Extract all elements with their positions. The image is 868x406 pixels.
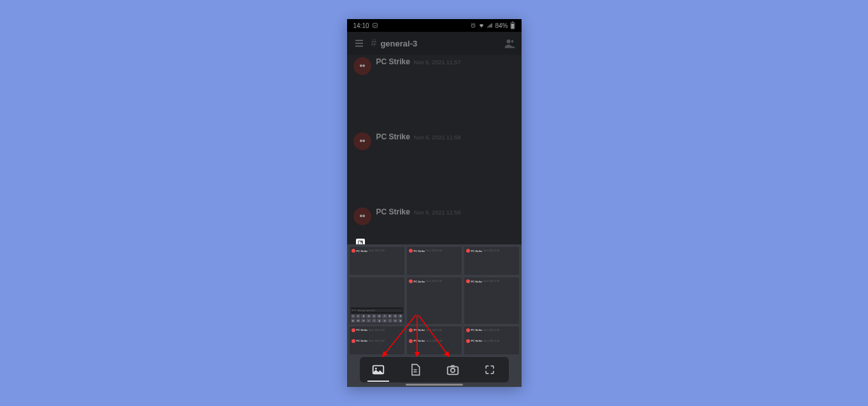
avatar[interactable] xyxy=(353,57,371,75)
poll-icon xyxy=(483,363,496,376)
attachment-panel: PC StrikeNov 6, 2021 11:56 PC StrikeNov … xyxy=(347,244,522,387)
wifi-icon xyxy=(478,22,485,29)
message-author: PC Strike xyxy=(376,57,410,66)
phone-frame: 14:10 84% # general- xyxy=(347,19,522,387)
svg-point-11 xyxy=(451,368,455,372)
message-time: Nov 6, 2021 11:57 xyxy=(414,59,461,66)
message-item[interactable]: PC Strike Nov 6, 2021 11:57 xyxy=(347,55,522,78)
svg-rect-4 xyxy=(511,24,514,29)
signal-icon xyxy=(487,22,493,29)
image-icon xyxy=(371,363,385,377)
avatar[interactable] xyxy=(353,132,371,150)
screenshot-icon xyxy=(372,22,378,29)
message-list[interactable]: PC Strike Nov 6, 2021 11:57 PC Strike No… xyxy=(347,55,522,244)
menu-icon[interactable] xyxy=(353,38,365,49)
channel-title[interactable]: # general-3 xyxy=(371,38,418,49)
home-indicator[interactable] xyxy=(406,384,463,386)
camera-icon xyxy=(446,363,460,377)
message-item[interactable]: PC Strike Nov 6, 2021 11:58 xyxy=(347,130,522,153)
members-icon[interactable] xyxy=(504,38,515,49)
attachment-tabs xyxy=(360,357,509,382)
status-time: 14:10 xyxy=(353,22,369,29)
channel-name: general-3 xyxy=(380,39,417,48)
statusbar: 14:10 84% xyxy=(347,19,522,32)
alarm-icon xyxy=(470,22,476,29)
svg-rect-3 xyxy=(511,22,513,22)
thumbnail-grid: PC StrikeNov 6, 2021 11:56 PC StrikeNov … xyxy=(347,244,522,357)
gallery-thumbnail[interactable]: PC StrikeNov 6, 2021 11:56 PC StrikeNov … xyxy=(464,326,519,354)
message-author: PC Strike xyxy=(376,207,410,216)
message-author: PC Strike xyxy=(376,132,410,141)
message-item[interactable]: PC Strike Nov 6, 2021 11:58 xyxy=(347,205,522,228)
tab-camera[interactable] xyxy=(438,360,467,380)
gallery-thumbnail[interactable]: PC StrikeNov 6, 2021 11:56 PC StrikeNov … xyxy=(407,326,462,354)
gallery-thumbnail[interactable]: PC StrikeNov 6, 2021 11:56 xyxy=(407,277,462,323)
battery-icon xyxy=(510,22,515,29)
file-icon xyxy=(409,363,422,376)
battery-percent: 84% xyxy=(495,22,508,29)
gallery-thumbnail[interactable]: PC StrikeNov 6, 2021 11:56 xyxy=(464,277,519,323)
expand-icon[interactable] xyxy=(356,239,365,244)
avatar[interactable] xyxy=(353,207,371,225)
tab-poll[interactable] xyxy=(475,360,504,380)
tab-gallery[interactable] xyxy=(364,360,393,380)
gallery-thumbnail-keyboard[interactable]: Message #general-3 1234567890 qwertyuiop xyxy=(350,277,404,323)
message-time: Nov 6, 2021 11:58 xyxy=(414,134,461,141)
hash-icon: # xyxy=(371,38,377,49)
gallery-thumbnail[interactable]: PC StrikeNov 6, 2021 11:56 xyxy=(407,247,462,275)
gallery-thumbnail[interactable]: PC StrikeNov 6, 2021 11:56 PC StrikeNov … xyxy=(350,326,404,354)
tab-files[interactable] xyxy=(401,360,430,380)
svg-point-6 xyxy=(511,40,513,43)
message-time: Nov 6, 2021 11:58 xyxy=(414,209,461,216)
channel-header: # general-3 xyxy=(347,32,522,55)
gallery-thumbnail[interactable]: PC StrikeNov 6, 2021 11:56 xyxy=(350,247,404,275)
svg-point-9 xyxy=(375,368,377,370)
svg-point-5 xyxy=(506,39,510,43)
gallery-thumbnail[interactable]: PC StrikeNov 6, 2021 11:56 xyxy=(464,247,519,275)
keyboard-preview: 1234567890 qwertyuiop xyxy=(351,314,403,323)
